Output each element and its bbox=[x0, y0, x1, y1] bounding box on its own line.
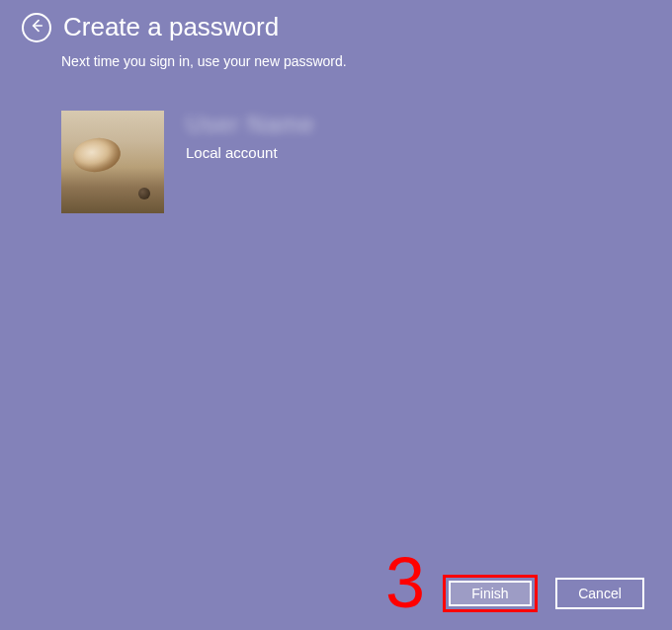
annotation-highlight: Finish bbox=[443, 575, 538, 612]
page-title: Create a password bbox=[63, 12, 279, 42]
button-bar: Finish Cancel bbox=[443, 575, 644, 612]
back-button[interactable] bbox=[22, 13, 51, 42]
finish-button[interactable]: Finish bbox=[449, 581, 532, 606]
account-type: Local account bbox=[186, 144, 314, 161]
account-name: User Name bbox=[186, 111, 314, 138]
cancel-button[interactable]: Cancel bbox=[555, 578, 644, 609]
back-arrow-icon bbox=[29, 18, 44, 38]
user-avatar bbox=[61, 111, 164, 213]
annotation-step-number: 3 bbox=[385, 547, 425, 618]
account-info: User Name Local account bbox=[61, 111, 314, 213]
page-subtitle: Next time you sign in, use your new pass… bbox=[61, 53, 347, 69]
